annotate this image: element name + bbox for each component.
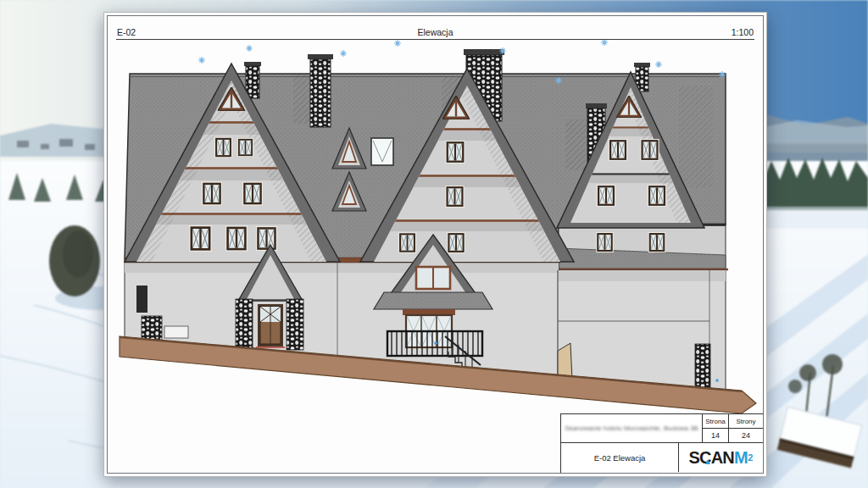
pages-label: Strony <box>729 414 763 429</box>
sign <box>164 326 188 338</box>
page-label: Strona <box>703 414 728 429</box>
sheet-header: E-02 Elewacja 1:100 <box>116 25 754 40</box>
title-block-row-bottom: E-02 Elewacja SCANM2 <box>561 443 763 472</box>
right-eaves-band <box>552 224 728 269</box>
window <box>445 141 465 164</box>
logo-triangle-icon <box>705 459 710 464</box>
project-name-cell: Skanowanie hotelu Murzasichle, Budowa 3B <box>561 414 703 442</box>
window <box>256 226 277 251</box>
sheet-scale: 1:100 <box>732 27 754 37</box>
page-column: Strona 14 <box>703 414 729 442</box>
window <box>445 186 464 208</box>
window <box>225 225 248 251</box>
window <box>597 185 615 207</box>
elevation-drawing <box>104 13 766 476</box>
logo-text-dark: SCAN <box>689 449 734 466</box>
sheet-title: Elewacja <box>116 27 754 37</box>
window <box>214 137 232 158</box>
title-block: Skanowanie hotelu Murzasichle, Budowa 3B… <box>560 413 764 474</box>
window <box>237 138 253 157</box>
pages-column: Strony 24 <box>729 414 763 442</box>
title-block-row-top: Skanowanie hotelu Murzasichle, Budowa 3B… <box>561 414 763 443</box>
logo-text-accent: M <box>734 449 748 466</box>
window <box>609 139 627 161</box>
scanm-logo: SCANM2 <box>679 443 763 472</box>
window <box>640 139 659 161</box>
window <box>447 232 465 253</box>
window <box>596 232 614 252</box>
skylight <box>371 138 393 165</box>
window <box>202 182 222 206</box>
page-number: 14 <box>703 429 728 442</box>
window <box>648 232 666 252</box>
drawing-title: E-02 Elewacja <box>561 443 679 472</box>
window <box>648 185 666 207</box>
logo-superscript: 2 <box>748 452 753 463</box>
window <box>242 182 263 206</box>
drawing-sheet: E-02 Elewacja 1:100 Skanowanie hotelu Mu… <box>103 12 767 477</box>
pages-total: 24 <box>729 429 763 442</box>
project-name: Skanowanie hotelu Murzasichle, Budowa 3B <box>565 424 698 432</box>
door <box>256 304 285 347</box>
window <box>398 232 416 253</box>
window <box>189 225 212 252</box>
